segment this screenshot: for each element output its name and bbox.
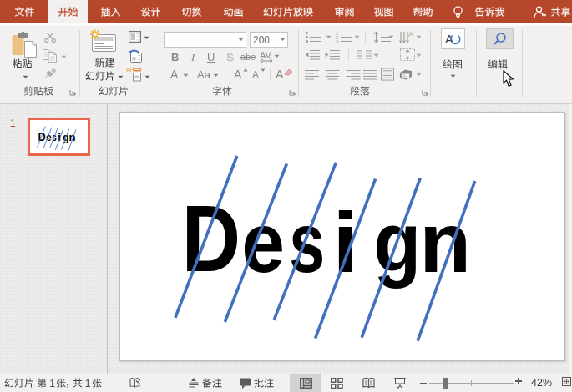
svg-text:A: A xyxy=(445,32,453,46)
svg-text:i: i xyxy=(332,194,359,289)
svg-text:e: e xyxy=(241,195,285,290)
svg-text:3: 3 xyxy=(336,39,338,44)
svg-text:A: A xyxy=(408,31,413,38)
svg-text:e: e xyxy=(46,132,52,144)
svg-text:s: s xyxy=(289,194,325,289)
